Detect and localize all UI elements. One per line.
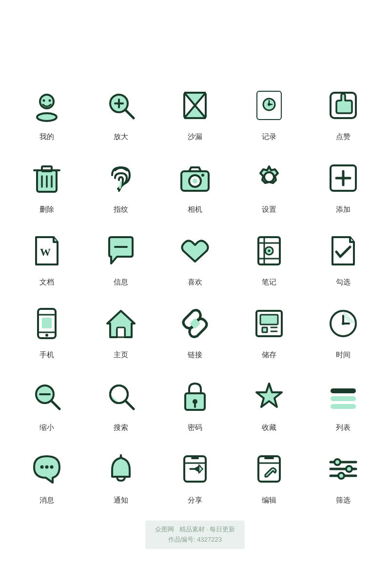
icon-item-message: 信息 — [89, 229, 153, 287]
svg-point-43 — [45, 334, 48, 337]
svg-point-26 — [193, 179, 197, 183]
heart-icon — [173, 229, 217, 273]
icon-item-list: 列表 — [311, 374, 375, 432]
svg-rect-46 — [117, 327, 125, 337]
share-label: 分享 — [188, 496, 202, 505]
share-icon — [173, 447, 217, 491]
svg-rect-65 — [331, 388, 356, 393]
record-label: 记录 — [262, 132, 276, 142]
home-icon — [99, 302, 143, 345]
fingerprint-label: 指纹 — [114, 205, 128, 214]
time-label: 时间 — [336, 350, 351, 360]
watermark-content: 众图网 精品素材 · 每日更新 作品编号: 4327223 — [145, 521, 245, 549]
notify-icon — [99, 447, 143, 491]
zoom-out-icon — [25, 374, 69, 418]
document-icon: W — [25, 229, 69, 273]
icon-item-fingerprint: 指纹 — [89, 156, 153, 214]
password-label: 密码 — [188, 423, 202, 432]
icon-item-delete: 删除 — [15, 156, 79, 214]
time-icon — [321, 302, 365, 345]
icon-item-document: W 文档 — [15, 229, 79, 287]
icon-item-chat: 消息 — [15, 447, 79, 505]
icon-item-favorite: 收藏 — [237, 374, 301, 432]
phone-label: 手机 — [39, 350, 54, 360]
icon-item-share: 分享 — [163, 447, 227, 505]
svg-marker-75 — [199, 465, 203, 473]
edit-label: 编辑 — [262, 496, 276, 505]
my-icon — [25, 83, 69, 127]
document-label: 文档 — [39, 278, 54, 287]
record-icon — [247, 83, 291, 127]
svg-line-60 — [125, 401, 134, 409]
watermark-slogan: 精品素材 · 每日更新 — [179, 526, 235, 533]
watermark-code: 作品编号: 4327223 — [168, 536, 222, 543]
icon-item-hourglass: 沙漏 — [163, 83, 227, 142]
icon-item-record: 记录 — [237, 83, 301, 142]
link-label: 链接 — [188, 350, 202, 360]
settings-icon — [247, 156, 291, 200]
camera-icon — [173, 156, 217, 200]
svg-point-1 — [43, 99, 45, 101]
svg-point-79 — [334, 459, 340, 465]
check-label: 勾选 — [336, 278, 351, 287]
icon-item-time: 时间 — [311, 302, 375, 360]
icon-grid: 我的 放大 沙漏 — [15, 83, 375, 505]
add-icon — [321, 156, 365, 200]
icon-item-filter: 筛选 — [311, 447, 375, 505]
storage-label: 储存 — [262, 350, 276, 360]
icon-item-like: 点赞 — [311, 83, 375, 142]
message-label: 信息 — [114, 278, 128, 287]
search-label: 搜索 — [114, 423, 128, 432]
icon-item-heart: 喜欢 — [163, 229, 227, 287]
my-label: 我的 — [39, 132, 54, 142]
watermark-site: 众图网 — [155, 526, 174, 533]
icon-item-check: 勾选 — [311, 229, 375, 287]
hourglass-icon — [173, 83, 217, 127]
delete-label: 删除 — [39, 205, 54, 214]
settings-label: 设置 — [262, 205, 276, 214]
svg-rect-20 — [42, 166, 52, 171]
notify-label: 通知 — [114, 496, 128, 505]
list-label: 列表 — [336, 423, 351, 432]
storage-icon — [247, 302, 291, 345]
icon-item-storage: 储存 — [237, 302, 301, 360]
svg-text:W: W — [40, 246, 51, 258]
filter-label: 筛选 — [336, 496, 351, 505]
svg-point-69 — [45, 465, 49, 468]
zoom-in-label: 放大 — [114, 132, 128, 142]
svg-point-2 — [49, 99, 51, 101]
icon-item-settings: 设置 — [237, 156, 301, 214]
add-label: 添加 — [336, 205, 351, 214]
edit-icon — [247, 447, 291, 491]
password-icon — [173, 374, 217, 418]
svg-rect-49 — [260, 315, 278, 324]
icon-item-notify: 通知 — [89, 447, 153, 505]
icon-item-search: 搜索 — [89, 374, 153, 432]
icon-item-zoom-out: 缩小 — [15, 374, 79, 432]
list-icon — [321, 374, 365, 418]
check-icon — [321, 229, 365, 273]
filter-icon — [321, 447, 365, 491]
link-icon — [173, 302, 217, 345]
icon-item-edit: 编辑 — [237, 447, 301, 505]
notes-icon — [247, 229, 291, 273]
svg-point-68 — [40, 465, 44, 468]
fingerprint-icon — [99, 156, 143, 200]
icon-item-notes: 笔记 — [237, 229, 301, 287]
svg-point-28 — [264, 172, 274, 182]
svg-rect-50 — [262, 327, 267, 332]
icon-item-home: 主页 — [89, 302, 153, 360]
zoom-out-label: 缩小 — [39, 423, 54, 432]
svg-point-70 — [50, 465, 54, 468]
zoom-in-icon — [99, 83, 143, 127]
svg-point-83 — [338, 473, 344, 479]
notes-label: 笔记 — [262, 278, 276, 287]
svg-line-7 — [125, 110, 134, 118]
icon-item-phone: 手机 — [15, 302, 79, 360]
svg-point-39 — [268, 249, 271, 252]
phone-icon — [25, 302, 69, 345]
svg-point-54 — [342, 322, 345, 325]
icon-item-password: 密码 — [163, 374, 227, 432]
svg-point-27 — [201, 174, 204, 177]
svg-rect-67 — [331, 404, 356, 409]
